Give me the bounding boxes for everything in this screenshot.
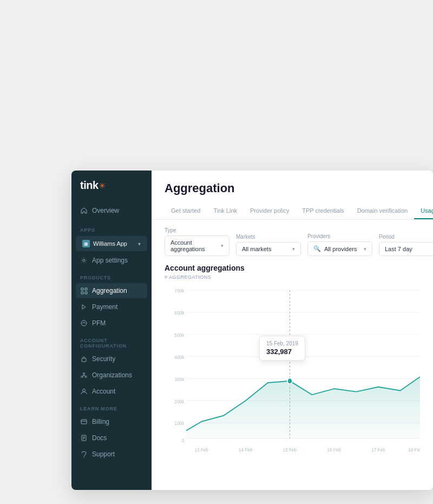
docs-icon (80, 434, 88, 442)
svg-rect-2 (85, 288, 87, 290)
tab-provider-policy[interactable]: Provider policy (244, 203, 296, 219)
home-icon (80, 207, 88, 214)
account-config-label: ACCOUNT CONFIGURATION (71, 331, 152, 351)
app-selector-left: ▦ Williams App (82, 240, 127, 247)
lock-icon (80, 355, 88, 363)
logo-text: tink (80, 179, 99, 192)
chart-svg: 700k 600k 500k 400k 300k 200k 100k 0 13 … (165, 284, 420, 457)
svg-point-18 (83, 456, 84, 457)
svg-rect-4 (85, 292, 87, 294)
chart-area: 700k 600k 500k 400k 300k 200k 100k 0 13 … (165, 284, 420, 457)
svg-text:700k: 700k (175, 288, 185, 294)
chevron-down-icon: ▾ (138, 241, 141, 247)
filters-row: Type Account aggregations ▾ Markets All … (152, 220, 433, 264)
svg-text:300k: 300k (175, 376, 185, 382)
tooltip-value: 332,987 (266, 348, 298, 356)
svg-rect-7 (82, 358, 86, 362)
markets-filter-value: All markets (242, 246, 271, 252)
search-icon: 🔍 (313, 245, 321, 252)
tooltip-date: 15 Feb, 2019 (266, 341, 298, 346)
sidebar-item-overview[interactable]: Overview (71, 202, 152, 219)
providers-filter-label: Providers (307, 233, 372, 239)
sidebar-item-billing[interactable]: Billing (76, 414, 147, 429)
period-filter-value: Last 7 day (385, 246, 412, 252)
svg-rect-12 (81, 420, 87, 424)
sidebar-item-payment[interactable]: Payment (76, 299, 147, 315)
pfm-label: PFM (92, 319, 106, 327)
aggregation-icon (80, 287, 88, 294)
markets-filter-label: Markets (236, 234, 301, 240)
billing-icon (80, 418, 88, 426)
svg-text:100k: 100k (175, 421, 185, 427)
app-selector[interactable]: ▦ Williams App ▾ (76, 236, 147, 251)
svg-text:17 Feb: 17 Feb (371, 447, 385, 453)
svg-text:15 Feb: 15 Feb (283, 447, 297, 453)
svg-point-11 (83, 389, 86, 392)
sidebar-item-aggregation[interactable]: Aggregation (76, 283, 147, 298)
chart-subtitle: # AGGREGATIONS (165, 274, 420, 280)
aggregation-label: Aggregation (92, 287, 127, 294)
overview-label: Overview (92, 207, 119, 214)
app-icon: ▦ (82, 240, 90, 247)
tab-tink-link[interactable]: Tink Link (207, 203, 244, 219)
gear-icon (80, 257, 88, 264)
sidebar-item-security[interactable]: Security (76, 351, 147, 366)
apps-section-label: APPS (71, 221, 152, 235)
logo-star: ✳ (99, 181, 106, 190)
sidebar-item-app-settings[interactable]: App settings (71, 252, 152, 269)
svg-point-8 (83, 373, 85, 375)
providers-filter-select[interactable]: 🔍 All providers ▾ (307, 241, 372, 256)
svg-text:600k: 600k (175, 310, 185, 316)
billing-label: Billing (92, 418, 109, 426)
security-label: Security (92, 355, 115, 363)
markets-filter-group: Markets All markets ▾ (236, 234, 301, 256)
sidebar-item-pfm[interactable]: PFM (76, 316, 147, 331)
svg-rect-1 (81, 288, 83, 290)
period-filter-group: Period Last 7 day ▾ (379, 234, 433, 256)
svg-marker-5 (82, 305, 86, 309)
org-icon (80, 371, 88, 379)
logo: tink✳ (71, 179, 152, 202)
tab-tpp-credentials[interactable]: TPP credentials (296, 203, 350, 219)
svg-text:500k: 500k (175, 332, 185, 338)
page-title: Aggregation (165, 181, 420, 195)
learn-more-label: LEARN MORE (71, 400, 152, 414)
payment-icon (80, 303, 88, 311)
sidebar-item-support[interactable]: Support (76, 447, 147, 462)
support-label: Support (92, 450, 115, 458)
svg-text:13 Feb: 13 Feb (194, 447, 208, 453)
svg-point-42 (287, 378, 292, 384)
svg-point-6 (81, 320, 87, 326)
period-filter-select[interactable]: Last 7 day ▾ (379, 242, 433, 256)
svg-text:16 Feb: 16 Feb (327, 447, 340, 453)
svg-text:14 Feb: 14 Feb (239, 447, 252, 453)
pfm-icon (80, 319, 88, 327)
app-settings-label: App settings (92, 257, 128, 264)
tab-domain-verification[interactable]: Domain verification (351, 203, 415, 219)
markets-chevron-icon: ▾ (292, 246, 295, 252)
tab-usage-reports[interactable]: Usage reports (414, 203, 433, 219)
type-filter-label: Type (165, 227, 229, 233)
type-filter-group: Type Account aggregations ▾ (165, 227, 229, 256)
svg-point-9 (81, 376, 83, 378)
tab-get-started[interactable]: Get started (165, 203, 207, 219)
chart-tooltip: 15 Feb, 2019 332,987 (259, 336, 305, 361)
providers-filter-value: All providers (324, 246, 357, 252)
docs-label: Docs (92, 434, 107, 442)
sidebar-item-organizations[interactable]: Organizations (76, 368, 147, 383)
sidebar-item-account[interactable]: Account (76, 384, 147, 399)
app-name: Williams App (93, 240, 127, 247)
organizations-label: Organizations (92, 371, 132, 379)
providers-chevron-icon: ▾ (364, 246, 366, 252)
svg-text:0: 0 (182, 438, 185, 444)
svg-rect-3 (81, 292, 83, 294)
page-tabs: Get started Tink Link Provider policy TP… (165, 203, 420, 219)
svg-text:18 Feb: 18 Feb (408, 447, 420, 453)
sidebar-item-docs[interactable]: Docs (76, 430, 147, 446)
markets-filter-select[interactable]: All markets ▾ (236, 242, 301, 256)
account-icon (80, 388, 88, 395)
type-filter-select[interactable]: Account aggregations ▾ (165, 235, 229, 256)
sidebar: tink✳ Overview APPS ▦ Williams App ▾ (71, 171, 152, 490)
type-filter-value: Account aggregations (170, 239, 210, 252)
account-label: Account (92, 388, 115, 395)
